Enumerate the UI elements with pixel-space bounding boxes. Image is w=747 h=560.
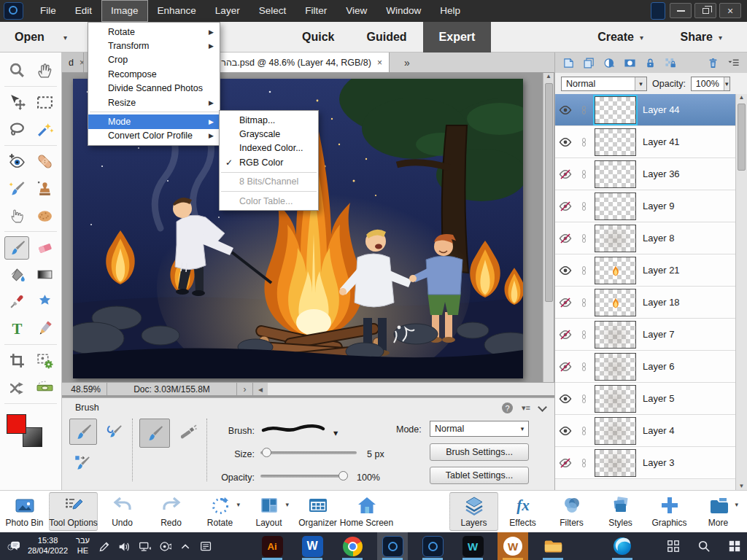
airbrush-button[interactable]	[176, 422, 199, 444]
document-tab-4[interactable]: בהר פתוח.psd @ 48.6% (Layer 44, RGB/8)×	[192, 52, 390, 72]
paint-bucket-tool[interactable]	[4, 263, 29, 287]
zoom-level[interactable]: 48.59%	[62, 383, 107, 395]
duplicate-layer-icon[interactable]	[583, 57, 595, 69]
dock-layers[interactable]: Layers	[449, 492, 498, 531]
shape-tool[interactable]	[32, 290, 57, 314]
new-layer-icon[interactable]	[562, 57, 575, 69]
paint-mode-select[interactable]: Normal ▾	[430, 421, 529, 437]
layer-row-layer-7[interactable]: Layer 7	[555, 319, 735, 351]
layer-thumbnail[interactable]	[595, 225, 636, 252]
webex-icon[interactable]: W	[457, 532, 488, 560]
mode-tab-quick[interactable]: Quick	[286, 22, 350, 52]
image-menu-divide-scanned-photos[interactable]: Divide Scanned Photos	[88, 82, 220, 96]
brush-tool[interactable]	[4, 236, 29, 260]
panel-menu-icon[interactable]	[727, 57, 740, 69]
sponge-tool[interactable]	[32, 204, 57, 228]
layers-scrollbar[interactable]: ▲▼	[735, 94, 747, 490]
mode-submenu-bitmap[interactable]: Bitmap...	[220, 113, 318, 127]
dock-styles[interactable]: Styles	[596, 491, 645, 532]
layer-row-layer-9[interactable]: Layer 9	[555, 190, 735, 222]
layer-row-layer-36[interactable]: Layer 36	[555, 158, 735, 190]
language-indicator[interactable]: עברHE	[76, 536, 90, 556]
create-button[interactable]: Create▾	[597, 22, 643, 52]
close-button[interactable]: ×	[719, 3, 741, 18]
volume-icon[interactable]	[118, 540, 131, 553]
tab-overflow-button[interactable]: »	[404, 57, 410, 69]
dock-effects[interactable]: fxEffects	[498, 491, 547, 532]
document-tab-1[interactable]: d×	[62, 52, 84, 72]
status-expand-arrow[interactable]: ›	[237, 383, 253, 395]
photoshop-elements-icon[interactable]	[417, 532, 448, 560]
eraser-tool[interactable]	[32, 236, 57, 260]
mode-submenu-grayscale[interactable]: Grayscale	[220, 127, 318, 141]
menu-edit[interactable]: Edit	[66, 0, 101, 22]
link-icon[interactable]	[576, 231, 592, 246]
image-menu-rotate[interactable]: Rotate▶	[88, 25, 220, 39]
gradient-tool[interactable]	[32, 263, 57, 287]
opacity-select[interactable]: 100% ▾	[691, 77, 730, 91]
color-replacement-brush-button[interactable]	[71, 452, 94, 474]
menu-layer[interactable]: Layer	[206, 0, 249, 22]
smudge-tool[interactable]	[4, 204, 29, 228]
dock-more[interactable]: ▾More	[694, 491, 743, 532]
opacity-slider[interactable]	[260, 471, 347, 481]
layer-visible-icon[interactable]	[555, 424, 576, 438]
panel-menu-icon[interactable]: ▾≡	[522, 403, 530, 413]
quick-selection-tool[interactable]	[32, 118, 57, 141]
lock-transparent-icon[interactable]	[665, 57, 677, 69]
menu-file[interactable]: File	[31, 0, 66, 22]
photoshop-elements-icon[interactable]	[377, 532, 408, 560]
dock-photo-bin[interactable]: Photo Bin	[0, 491, 49, 532]
brush-stroke-preview[interactable]	[260, 421, 326, 436]
layer-thumbnail[interactable]	[595, 417, 636, 445]
menu-view[interactable]: View	[336, 0, 376, 22]
mode-tab-expert[interactable]: Expert	[423, 22, 492, 52]
layer-thumbnail[interactable]	[595, 257, 636, 284]
brush-variant-button[interactable]	[69, 419, 97, 445]
dock-rotate[interactable]: ▾Rotate	[196, 491, 244, 532]
layer-row-layer-3[interactable]: Layer 3	[555, 447, 735, 479]
dock-organizer[interactable]: Organizer	[293, 491, 342, 532]
link-icon[interactable]	[576, 456, 592, 470]
layer-thumbnail[interactable]	[595, 160, 636, 188]
chrome-icon[interactable]	[337, 532, 368, 560]
file-explorer-icon[interactable]	[538, 532, 568, 560]
clone-stamp-tool[interactable]	[32, 177, 57, 201]
image-menu-convert-color-profile[interactable]: Convert Color Profile▶	[88, 129, 220, 143]
illustrator-icon[interactable]: Ai	[257, 532, 287, 560]
brush-settings-button[interactable]: Brush Settings...	[430, 443, 529, 461]
size-slider[interactable]	[260, 448, 357, 458]
word-icon[interactable]: W	[297, 532, 328, 560]
layer-visible-icon[interactable]	[555, 392, 576, 405]
crop-tool[interactable]	[4, 349, 29, 373]
layer-thumbnail[interactable]	[595, 289, 636, 316]
mode-submenu-indexed-color[interactable]: Indexed Color...	[220, 141, 318, 155]
layer-row-layer-6[interactable]: Layer 6	[555, 351, 735, 383]
lock-all-icon[interactable]	[644, 57, 657, 69]
image-menu-recompose[interactable]: Recompose	[88, 67, 220, 81]
image-menu-crop[interactable]: Crop	[88, 53, 220, 67]
hand-tool[interactable]	[32, 59, 57, 82]
dock-layout[interactable]: ▾Layout	[244, 491, 293, 532]
smart-brush-tool[interactable]	[4, 177, 29, 201]
link-icon[interactable]	[576, 199, 592, 214]
delete-layer-icon[interactable]	[707, 57, 719, 69]
link-icon[interactable]	[576, 103, 592, 117]
open-button[interactable]: Open ▾	[15, 22, 67, 52]
image-menu-mode[interactable]: Mode▶	[88, 114, 220, 128]
marquee-tool[interactable]	[32, 91, 57, 114]
brush-mode-button[interactable]	[139, 419, 170, 448]
menu-window[interactable]: Window	[376, 0, 430, 22]
layer-row-layer-4[interactable]: Layer 4	[555, 415, 735, 447]
dock-tool-options[interactable]: Tool Options	[49, 492, 98, 531]
layer-row-layer-5[interactable]: Layer 5	[555, 383, 735, 415]
layer-mask-icon[interactable]	[624, 57, 636, 69]
search-icon[interactable]	[697, 540, 711, 553]
menu-enhance[interactable]: Enhance	[148, 0, 206, 22]
camera-icon[interactable]	[159, 540, 171, 553]
layer-thumbnail[interactable]	[595, 353, 636, 381]
share-button[interactable]: Share▾	[681, 22, 723, 52]
layer-visible-icon[interactable]	[555, 264, 576, 277]
layer-thumbnail[interactable]	[595, 96, 636, 124]
recompose-tool[interactable]	[32, 349, 57, 373]
